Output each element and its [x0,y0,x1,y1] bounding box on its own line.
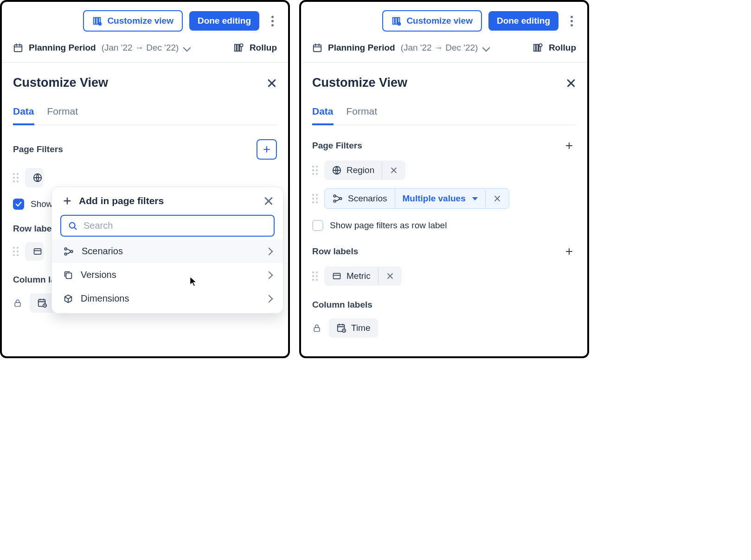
page-filter-scenarios-label: Scenarios [348,193,387,204]
close-panel-button[interactable] [267,78,277,88]
svg-point-8 [240,44,243,46]
caret-down-icon [472,197,478,200]
svg-rect-4 [14,45,22,52]
add-page-filter-button[interactable]: + [562,139,576,152]
add-page-filters-popover: Add in page filters Scenarios [52,187,283,313]
column-labels-heading: Column labels [312,300,372,310]
rollup-label: Rollup [250,43,277,53]
add-row-label-button[interactable]: + [562,245,576,258]
svg-rect-25 [536,45,538,51]
column-label-time-chip[interactable]: Time [329,318,378,338]
calendar-time-icon [336,323,347,333]
scenarios-icon [63,246,74,257]
overflow-menu-button[interactable] [565,12,578,30]
done-editing-button[interactable]: Done editing [488,11,558,31]
svg-point-27 [539,44,542,46]
dimensions-icon [63,294,73,304]
remove-metric-row-label-button[interactable] [386,272,394,280]
svg-rect-1 [96,18,98,25]
tab-format[interactable]: Format [347,106,378,125]
page-filter-region-chip[interactable]: Region [324,161,405,180]
tab-data[interactable]: Data [312,106,334,125]
rollup-toggle[interactable]: Rollup [233,43,277,53]
drag-handle-icon[interactable] [312,271,318,281]
chevron-right-icon [265,271,273,279]
search-icon [68,221,78,231]
chevron-right-icon [265,247,273,255]
popover-search-field[interactable] [83,220,267,231]
popover-title: Add in page filters [79,195,164,206]
row-label-chip[interactable] [25,242,44,261]
show-filters-checkbox[interactable] [13,199,24,210]
drag-handle-icon[interactable] [13,247,19,256]
popover-item-versions[interactable]: Versions [52,263,283,287]
close-panel-button[interactable] [566,78,576,88]
popover-item-dimensions[interactable]: Dimensions [52,287,283,310]
svg-rect-19 [393,18,395,25]
globe-icon [332,165,342,175]
rollup-icon [532,43,543,53]
svg-rect-6 [237,45,239,51]
tab-data[interactable]: Data [13,106,34,125]
chevron-down-icon [183,44,191,52]
customize-view-button[interactable]: Customize view [83,10,183,32]
show-filters-checkbox[interactable] [312,220,323,231]
svg-rect-11 [15,303,20,306]
lock-icon [13,298,23,308]
popover-item-scenarios[interactable]: Scenarios [52,239,283,263]
globe-icon [32,173,43,183]
overflow-menu-button[interactable] [266,12,279,30]
scenarios-value-label: Multiple values [403,193,466,204]
drag-handle-icon[interactable] [312,194,318,203]
rollup-icon [233,43,244,53]
svg-rect-20 [396,18,398,25]
scenarios-value-dropdown[interactable]: Multiple values [395,189,485,208]
popover-search-input[interactable] [60,215,275,237]
page-filters-heading: Page Filters [312,141,362,151]
add-page-filter-button[interactable] [257,139,277,160]
customize-icon [92,16,103,26]
row-label-metric-text: Metric [347,271,371,281]
lock-icon [312,323,322,333]
customize-icon [392,16,402,26]
popover-item-label: Versions [81,270,116,280]
metric-card-icon [32,247,43,256]
versions-icon [63,270,73,280]
remove-region-filter-button[interactable] [390,166,398,174]
popover-item-label: Dimensions [81,293,129,304]
scenarios-icon [332,193,343,204]
drag-handle-icon[interactable] [13,173,19,182]
popover-close-button[interactable] [264,197,273,205]
svg-rect-24 [534,45,536,51]
customize-view-label: Customize view [107,16,173,26]
plus-icon [62,196,72,206]
svg-rect-33 [314,328,320,331]
svg-rect-10 [34,249,41,254]
row-label-metric-chip[interactable]: Metric [324,266,402,286]
planning-period-selector[interactable]: Planning Period (Jan '22 → Dec '22) [312,43,489,53]
page-filter-scenarios-chip[interactable]: Scenarios Multiple values [324,188,509,209]
customize-view-button[interactable]: Customize view [382,10,482,32]
done-editing-label: Done editing [198,16,251,26]
popover-item-label: Scenarios [82,246,123,257]
planning-period-selector[interactable]: Planning Period (Jan '22 → Dec '22) [13,43,190,53]
panel-title: Customize View [13,76,108,90]
drag-handle-icon[interactable] [312,166,318,175]
row-labels-heading: Row labels [312,246,358,257]
tab-format[interactable]: Format [47,106,78,125]
metric-card-icon [332,271,342,281]
chevron-right-icon [265,295,273,303]
done-editing-button[interactable]: Done editing [189,11,259,31]
done-editing-label: Done editing [497,16,550,26]
rollup-toggle[interactable]: Rollup [532,43,576,53]
remove-scenarios-filter-button[interactable] [493,194,501,203]
row-labels-heading: Row labe [13,224,51,234]
svg-point-31 [340,198,342,200]
column-label-time-text: Time [351,323,371,333]
planning-period-range: (Jan '22 → Dec '22) [401,43,478,53]
page-filter-chip[interactable] [25,168,44,187]
svg-rect-18 [66,273,71,278]
page-filter-region-label: Region [347,165,374,175]
svg-rect-0 [94,18,96,25]
show-filters-label: Show [31,199,53,209]
